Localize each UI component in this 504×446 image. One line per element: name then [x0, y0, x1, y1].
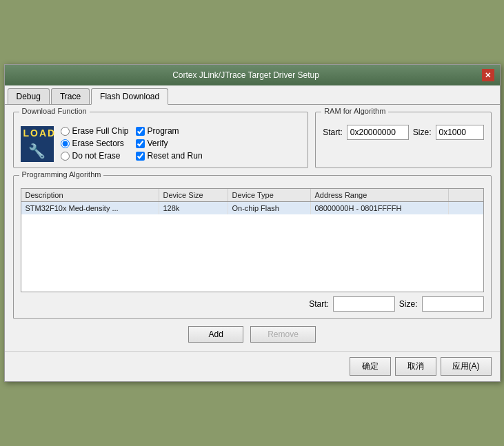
check-verify[interactable]: Verify	[136, 139, 203, 148]
bottom-bar: 确定 取消 应用(A)	[5, 351, 500, 381]
title-bar: Cortex JLink/JTrace Target Driver Setup …	[5, 65, 500, 85]
col-device-size: Device Size	[159, 189, 228, 201]
algo-size-label: Size:	[399, 299, 418, 309]
tab-trace[interactable]: Trace	[51, 88, 90, 104]
window-title: Cortex JLink/JTrace Target Driver Setup	[10, 70, 482, 80]
col-address-range: Address Range	[311, 189, 449, 201]
tab-bar: Debug Trace Flash Download	[5, 85, 500, 105]
programming-algorithm-label: Programming Algorithm	[19, 170, 104, 179]
table-body: STM32F10x Med-density ... 128k On-chip F…	[21, 202, 483, 292]
radio-erase-full-chip[interactable]: Erase Full Chip	[61, 126, 129, 136]
cell-description: STM32F10x Med-density ...	[21, 202, 159, 214]
load-icon: LOAD 🔧	[21, 126, 54, 159]
algo-start-input[interactable]	[333, 296, 395, 312]
ram-start-input[interactable]	[347, 125, 409, 140]
check-reset-run[interactable]: Reset and Run	[136, 151, 203, 161]
cell-extra	[449, 202, 483, 214]
col-extra	[449, 189, 483, 201]
table-header: Description Device Size Device Type Addr…	[21, 189, 483, 202]
algorithm-table: Description Device Size Device Type Addr…	[21, 188, 484, 292]
ram-size-label: Size:	[413, 128, 432, 137]
close-button[interactable]: ✕	[482, 69, 494, 81]
cell-device-type: On-chip Flash	[228, 202, 311, 214]
load-text: LOAD	[21, 126, 54, 140]
check-program[interactable]: Program	[136, 126, 203, 136]
action-buttons: Add Remove	[13, 326, 492, 343]
ram-size-input[interactable]	[436, 125, 484, 140]
download-options: Program Verify Reset and Run	[136, 126, 203, 161]
programming-algorithm-group: Programming Algorithm Description Device…	[13, 175, 492, 319]
remove-button[interactable]: Remove	[250, 326, 316, 343]
add-button[interactable]: Add	[188, 326, 243, 343]
radio-erase-sectors[interactable]: Erase Sectors	[61, 139, 129, 148]
algo-start-size-row: Start: Size:	[21, 296, 484, 312]
col-description: Description	[21, 189, 159, 201]
download-function-label: Download Function	[19, 107, 90, 115]
content-area: Download Function LOAD 🔧 Erase Full Chip	[5, 105, 500, 351]
main-window: Cortex JLink/JTrace Target Driver Setup …	[4, 64, 501, 382]
chip-icon: 🔧	[28, 143, 46, 159]
ok-button[interactable]: 确定	[350, 357, 391, 376]
col-device-type: Device Type	[228, 189, 311, 201]
apply-button[interactable]: 应用(A)	[441, 357, 492, 376]
table-row[interactable]: STM32F10x Med-density ... 128k On-chip F…	[21, 202, 483, 214]
algo-start-label: Start:	[309, 299, 329, 309]
ram-start-label: Start:	[323, 128, 343, 137]
cancel-button[interactable]: 取消	[395, 357, 436, 376]
tab-debug[interactable]: Debug	[8, 88, 50, 104]
cell-device-size: 128k	[159, 202, 228, 214]
cell-address-range: 08000000H - 0801FFFFH	[311, 202, 449, 214]
tab-flash-download[interactable]: Flash Download	[91, 88, 168, 105]
download-function-group: Download Function LOAD 🔧 Erase Full Chip	[13, 112, 309, 168]
erase-options: Erase Full Chip Erase Sectors Do not Era…	[61, 126, 129, 161]
algo-size-input[interactable]	[422, 296, 484, 312]
ram-algorithm-group: RAM for Algorithm Start: Size:	[315, 112, 491, 168]
ram-algorithm-label: RAM for Algorithm	[321, 107, 388, 115]
radio-do-not-erase[interactable]: Do not Erase	[61, 151, 129, 161]
